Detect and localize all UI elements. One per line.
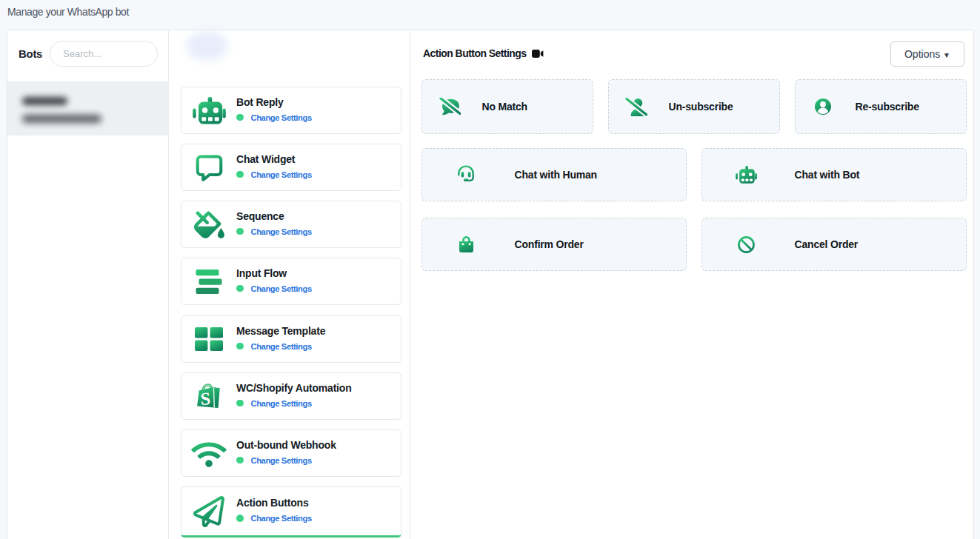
svg-text:S: S [200,389,211,409]
